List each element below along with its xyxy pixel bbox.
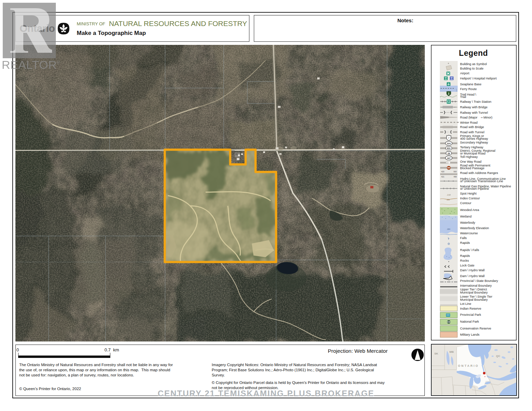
- svg-text:One Way Road: One Way Road: [460, 160, 481, 163]
- svg-text:Toll Highway: Toll Highway: [460, 155, 478, 159]
- svg-text:Road with Bridge: Road with Bridge: [460, 125, 484, 129]
- svg-text:Lot Line: Lot Line: [460, 302, 471, 306]
- svg-text:Secondary Highway: Secondary Highway: [460, 141, 488, 144]
- svg-text:International Boundary: International Boundary: [460, 284, 492, 287]
- svg-text:Winter Road: Winter Road: [460, 121, 478, 124]
- svg-text:Municipal Boundary: Municipal Boundary: [460, 291, 488, 294]
- svg-text:831: 831: [447, 147, 451, 149]
- svg-text:Conservation Reserve: Conservation Reserve: [460, 327, 491, 330]
- svg-text:421: 421: [441, 176, 444, 178]
- svg-text:➝ Minor): ➝ Minor): [480, 116, 492, 119]
- svg-text:Lock Gate: Lock Gate: [460, 264, 474, 267]
- svg-text:ONTARIO: ONTARIO: [458, 364, 479, 368]
- svg-text:Contour: Contour: [460, 201, 471, 205]
- svg-text:Trail: Trail: [460, 95, 466, 99]
- svg-text:Tertiary Highway: Tertiary Highway: [460, 146, 483, 149]
- svg-text:Dam \ Hydro Wall: Dam \ Hydro Wall: [460, 274, 485, 278]
- svg-text:200: 200: [447, 199, 450, 201]
- svg-text:Blocked Passage: Blocked Passage: [460, 166, 484, 170]
- svg-text:499: 499: [454, 176, 457, 178]
- svg-text:Road (Major: Road (Major: [460, 116, 478, 119]
- svg-text:or Unknown Transmission Line: or Unknown Transmission Line: [460, 179, 503, 183]
- svg-text:Building as Symbol: Building as Symbol: [460, 62, 487, 66]
- svg-text:Waterbody Elevation: Waterbody Elevation: [460, 226, 489, 230]
- svg-text:. 218: . 218: [446, 194, 451, 196]
- svg-text:Road with Tunnel: Road with Tunnel: [460, 130, 484, 134]
- svg-text:Wetland: Wetland: [460, 215, 472, 218]
- svg-text:Rocks: Rocks: [460, 259, 469, 262]
- svg-text:407: 407: [447, 157, 451, 159]
- svg-text:Provincial \ State Boundary: Provincial \ State Boundary: [460, 279, 498, 283]
- svg-text:Falls: Falls: [460, 236, 467, 240]
- svg-text:Dam \ Hydro Wall: Dam \ Hydro Wall: [460, 269, 485, 272]
- svg-text:Waterbody: Waterbody: [460, 221, 475, 224]
- svg-text:420: 420: [441, 171, 444, 173]
- svg-text:Road with Address Ranges: Road with Address Ranges: [460, 171, 498, 175]
- svg-text:400 Series Highway: 400 Series Highway: [460, 137, 488, 140]
- svg-text:Watercourse: Watercourse: [460, 232, 478, 235]
- svg-text:Wooded Area: Wooded Area: [460, 208, 479, 212]
- svg-text:524: 524: [447, 142, 451, 145]
- svg-text:Ferry Route: Ferry Route: [460, 87, 477, 91]
- svg-text:SK: SK: [434, 352, 438, 355]
- svg-text:Index Contour: Index Contour: [460, 197, 480, 200]
- svg-text:Legend: Legend: [459, 49, 488, 58]
- svg-text:500: 500: [454, 171, 457, 173]
- svg-text:Provincial Park: Provincial Park: [460, 313, 481, 316]
- svg-text:Heliport \ Hospital Heliport: Heliport \ Hospital Heliport: [460, 77, 497, 80]
- svg-text:Municipal Boundary: Municipal Boundary: [460, 298, 488, 301]
- svg-text:National Park: National Park: [460, 320, 479, 323]
- svg-text:Indian Reserve: Indian Reserve: [460, 307, 481, 310]
- svg-text:. 184: . 184: [446, 228, 450, 230]
- svg-text:Rapids: Rapids: [460, 241, 470, 245]
- svg-text:Building to Scale: Building to Scale: [460, 67, 483, 70]
- svg-text:Spot Height: Spot Height: [460, 192, 477, 195]
- svg-text:7: 7: [448, 137, 449, 139]
- svg-text:Rapids: Rapids: [460, 254, 470, 258]
- svg-text:Seaplane Base: Seaplane Base: [460, 83, 481, 86]
- svg-text:QC: QC: [496, 354, 500, 358]
- svg-text:Airport: Airport: [460, 72, 470, 75]
- svg-text:or Unknown Pipeline: or Unknown Pipeline: [460, 187, 489, 190]
- svg-text:Railway with Bridge: Railway with Bridge: [460, 105, 487, 109]
- svg-text:28: 28: [448, 152, 450, 154]
- svg-text:Railway \ Train Station: Railway \ Train Station: [460, 100, 491, 103]
- svg-text:or Municipal Road: or Municipal Road: [460, 152, 485, 155]
- svg-text:Military Lands: Military Lands: [460, 333, 480, 336]
- svg-text:Rapids \ Falls: Rapids \ Falls: [460, 248, 479, 252]
- svg-text:MB: MB: [449, 350, 454, 353]
- svg-text:Railway with Tunnel: Railway with Tunnel: [460, 111, 488, 114]
